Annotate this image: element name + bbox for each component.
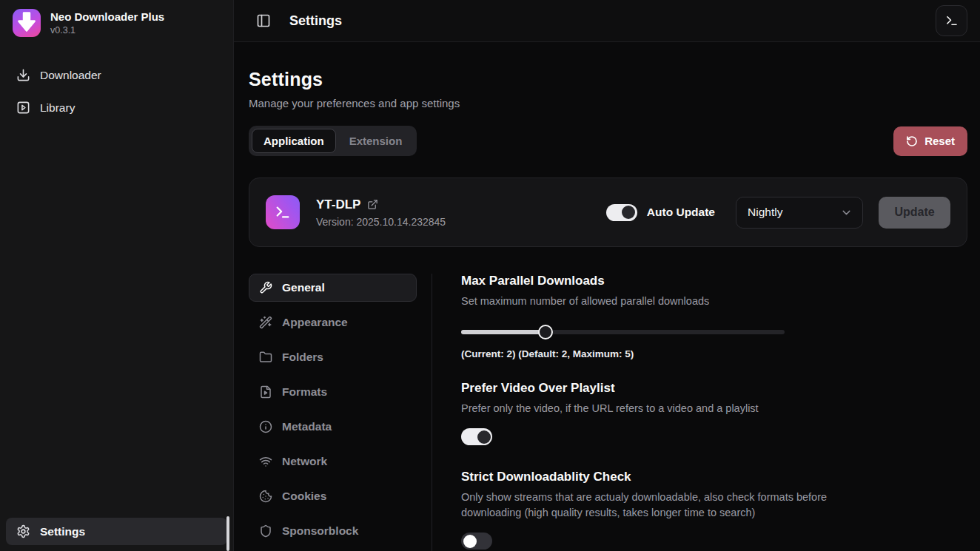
toggle-knob bbox=[477, 430, 491, 444]
app-brand: Neo Downloader Plus v0.3.1 bbox=[0, 0, 233, 37]
chevron-down-icon bbox=[840, 206, 853, 219]
info-icon bbox=[259, 420, 272, 433]
sidebar-item-settings[interactable]: Settings bbox=[6, 518, 227, 545]
sidebar-item-label: Downloader bbox=[40, 69, 101, 82]
subnav-item-network[interactable]: Network bbox=[249, 447, 417, 476]
auto-update-label: Auto Update bbox=[647, 206, 715, 219]
prefer-video-toggle[interactable] bbox=[461, 428, 492, 445]
reset-label: Reset bbox=[924, 135, 955, 147]
subnav-label: Network bbox=[282, 455, 327, 468]
update-button[interactable]: Update bbox=[879, 197, 950, 229]
square-play-icon bbox=[16, 101, 30, 115]
setting-title: Max Parallel Downloads bbox=[461, 274, 967, 288]
tab-extension[interactable]: Extension bbox=[338, 129, 415, 153]
wrench-icon bbox=[259, 281, 272, 294]
page-title: Settings bbox=[249, 69, 967, 90]
app-name: Neo Downloader Plus bbox=[50, 10, 164, 23]
slider-fill bbox=[461, 330, 546, 334]
download-icon bbox=[16, 68, 30, 82]
subnav-item-formats[interactable]: Formats bbox=[249, 378, 417, 406]
main-area: Settings Settings Manage your preference… bbox=[234, 0, 980, 551]
subnav-label: Folders bbox=[282, 351, 323, 364]
sidebar-scrollbar-thumb[interactable] bbox=[226, 516, 229, 551]
topbar-title: Settings bbox=[289, 13, 342, 29]
settings-layout: General Appearance bbox=[249, 274, 967, 551]
terminal-button[interactable] bbox=[936, 5, 967, 36]
subnav-item-appearance[interactable]: Appearance bbox=[249, 308, 417, 337]
shield-icon bbox=[259, 524, 272, 538]
strict-check-toggle[interactable] bbox=[461, 533, 492, 550]
subnav-item-cookies[interactable]: Cookies bbox=[249, 482, 417, 510]
reset-button[interactable]: Reset bbox=[893, 126, 967, 156]
slider-value-text: (Current: 2) (Default: 2, Maximum: 5) bbox=[461, 348, 967, 359]
settings-panel: Max Parallel Downloads Set maximum numbe… bbox=[432, 274, 967, 551]
tabs-row: Application Extension Reset bbox=[249, 126, 967, 156]
auto-update-toggle[interactable] bbox=[606, 204, 637, 221]
sidebar-item-label: Library bbox=[40, 101, 75, 115]
gear-icon bbox=[16, 524, 30, 538]
wand-sparkles-icon bbox=[259, 316, 272, 329]
file-video-icon bbox=[259, 385, 272, 399]
sidebar-item-library[interactable]: Library bbox=[7, 95, 226, 121]
settings-page: Settings Manage your preferences and app… bbox=[234, 42, 980, 551]
topbar: Settings bbox=[234, 0, 980, 42]
rotate-ccw-icon bbox=[906, 135, 918, 147]
subnav-item-metadata[interactable]: Metadata bbox=[249, 413, 417, 441]
max-parallel-slider[interactable] bbox=[461, 325, 785, 339]
wifi-icon bbox=[259, 455, 272, 468]
subnav-item-sponsorblock[interactable]: Sponsorblock bbox=[249, 517, 417, 545]
ytdlp-name: YT-DLP bbox=[316, 197, 360, 212]
sidebar-item-label: Settings bbox=[40, 525, 85, 538]
settings-subnav: General Appearance bbox=[249, 274, 417, 551]
update-channel-value: Nightly bbox=[748, 206, 782, 219]
setting-title: Strict Downloadablity Check bbox=[461, 470, 967, 484]
ytdlp-terminal-icon bbox=[266, 195, 300, 229]
subnav-label: Sponsorblock bbox=[282, 524, 358, 538]
setting-description: Only show streams that are actualy downl… bbox=[461, 490, 840, 520]
subnav-label: General bbox=[282, 281, 325, 294]
sidebar-nav: Downloader Library bbox=[0, 62, 233, 121]
panel-left-icon[interactable] bbox=[256, 13, 271, 28]
setting-title: Prefer Video Over Playlist bbox=[461, 381, 967, 396]
subnav-item-general[interactable]: General bbox=[249, 274, 417, 302]
app-version: v0.3.1 bbox=[50, 25, 164, 36]
toggle-knob bbox=[463, 535, 477, 548]
sidebar: Neo Downloader Plus v0.3.1 Downloader bbox=[0, 0, 234, 551]
setting-max-parallel-downloads: Max Parallel Downloads Set maximum numbe… bbox=[461, 274, 967, 359]
tab-list: Application Extension bbox=[249, 126, 417, 156]
update-channel-select[interactable]: Nightly bbox=[736, 197, 863, 229]
app-logo-icon bbox=[13, 9, 41, 37]
toggle-knob bbox=[622, 206, 635, 219]
subnav-label: Metadata bbox=[282, 420, 332, 433]
setting-strict-downloadability-check: Strict Downloadablity Check Only show st… bbox=[461, 470, 967, 550]
sidebar-item-downloader[interactable]: Downloader bbox=[7, 62, 226, 88]
setting-description: Set maximum number of allowed parallel d… bbox=[461, 294, 840, 309]
sidebar-bottom: Settings bbox=[0, 512, 233, 551]
subnav-label: Formats bbox=[282, 385, 327, 399]
app-window: Neo Downloader Plus v0.3.1 Downloader bbox=[0, 0, 980, 551]
setting-prefer-video-over-playlist: Prefer Video Over Playlist Prefer only t… bbox=[461, 381, 967, 446]
folder-icon bbox=[259, 351, 272, 364]
page-subtitle: Manage your preferences and app settings bbox=[249, 97, 967, 109]
subnav-label: Cookies bbox=[282, 490, 326, 503]
cookie-icon bbox=[259, 490, 272, 503]
setting-description: Prefer only the video, if the URL refers… bbox=[461, 401, 840, 416]
terminal-icon bbox=[945, 14, 959, 27]
slider-thumb[interactable] bbox=[538, 325, 553, 339]
tab-application[interactable]: Application bbox=[252, 129, 336, 153]
external-link-icon[interactable] bbox=[367, 199, 378, 210]
subnav-label: Appearance bbox=[282, 316, 348, 329]
ytdlp-card: YT-DLP Version: 2025.10.14.232845 Auto U… bbox=[249, 178, 967, 247]
ytdlp-version: Version: 2025.10.14.232845 bbox=[316, 216, 446, 228]
subnav-item-folders[interactable]: Folders bbox=[249, 343, 417, 371]
